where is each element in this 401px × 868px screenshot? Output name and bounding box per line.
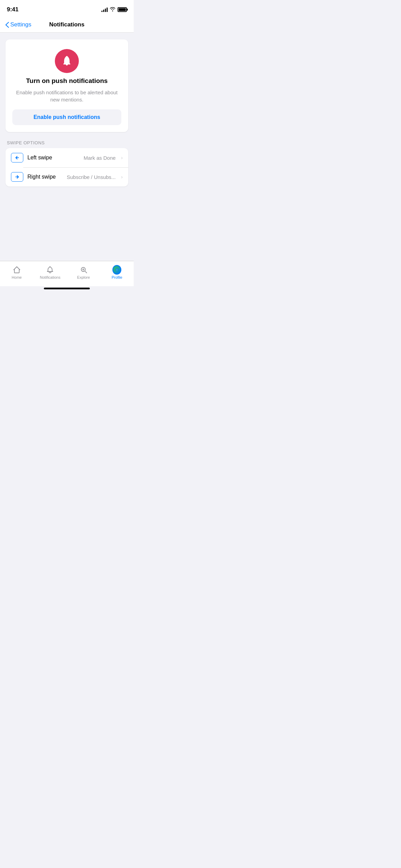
back-button[interactable]: Settings xyxy=(5,21,31,28)
nav-bar: Settings Notifications xyxy=(0,17,134,33)
left-swipe-row[interactable]: Left swipe Mark as Done › xyxy=(5,148,128,167)
notifications-tab-label: Notifications xyxy=(40,275,60,279)
tab-explore[interactable]: Explore xyxy=(67,264,100,279)
profile-avatar: T xyxy=(112,265,121,275)
explore-tab-label: Explore xyxy=(77,275,90,279)
left-swipe-label: Left swipe xyxy=(27,155,80,161)
swipe-options-label: SWIPE OPTIONS xyxy=(5,140,128,145)
tab-profile[interactable]: T Profile xyxy=(100,264,134,279)
bell-icon xyxy=(55,49,79,73)
home-tab-label: Home xyxy=(12,275,22,279)
svg-text:T: T xyxy=(116,268,118,272)
right-swipe-label: Right swipe xyxy=(27,174,63,180)
right-swipe-value: Subscribe / Unsubs... xyxy=(67,174,116,180)
card-title: Turn on push notifications xyxy=(26,77,108,85)
left-swipe-value: Mark as Done xyxy=(84,155,116,161)
push-notifications-card: Turn on push notifications Enable push n… xyxy=(5,39,128,132)
swipe-options-section: SWIPE OPTIONS Left swipe Mark as Done › xyxy=(5,140,128,186)
notifications-icon xyxy=(46,265,54,274)
main-content: Turn on push notifications Enable push n… xyxy=(0,33,134,261)
page-title: Notifications xyxy=(49,21,85,28)
left-arrow-icon xyxy=(11,153,23,162)
back-label: Settings xyxy=(10,21,31,28)
tab-home[interactable]: Home xyxy=(0,264,34,279)
swipe-options-list: Left swipe Mark as Done › Right swipe Su… xyxy=(5,148,128,186)
battery-icon xyxy=(118,7,127,12)
right-arrow-icon xyxy=(11,172,23,182)
enable-push-button[interactable]: Enable push notifications xyxy=(12,109,121,125)
tab-notifications[interactable]: Notifications xyxy=(34,264,67,279)
status-icons xyxy=(101,7,127,12)
signal-icon xyxy=(101,7,108,12)
profile-icon: T xyxy=(112,265,121,274)
status-time: 9:41 xyxy=(7,6,19,13)
chevron-right-icon: › xyxy=(121,155,123,160)
status-bar: 9:41 xyxy=(0,0,134,17)
tab-bar: Home Notifications Explore xyxy=(0,261,134,286)
right-swipe-row[interactable]: Right swipe Subscribe / Unsubs... › xyxy=(5,167,128,186)
home-indicator xyxy=(44,288,90,289)
profile-tab-label: Profile xyxy=(112,275,122,279)
explore-icon xyxy=(79,265,88,274)
home-icon xyxy=(12,265,21,274)
chevron-right-icon-2: › xyxy=(121,174,123,180)
card-subtitle: Enable push notifications to be alerted … xyxy=(12,89,121,103)
wifi-icon xyxy=(110,7,116,12)
